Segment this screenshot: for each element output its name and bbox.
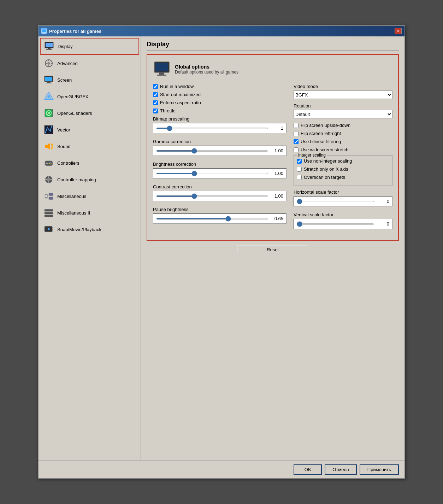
horizontal-scale-slider-row: 0	[294, 196, 392, 206]
sidebar-item-snap-movie-playback[interactable]: Snap/Movie/Playback	[40, 221, 139, 238]
use-bilinear-label: Use bilinear filtering	[301, 139, 341, 144]
svg-rect-49	[52, 230, 53, 232]
titlebar-left: Properties for all games	[41, 28, 101, 34]
flip-upside-down-checkbox[interactable]	[294, 123, 299, 128]
contrast-correction-label: Contrast correction	[153, 184, 287, 189]
vertical-scale-slider[interactable]	[297, 223, 374, 225]
reset-button[interactable]: Reset	[237, 245, 308, 254]
run-in-window-checkbox[interactable]	[153, 84, 158, 89]
svg-rect-27	[46, 163, 48, 164]
svg-rect-5	[46, 43, 53, 47]
use-bilinear-checkbox[interactable]	[294, 139, 299, 144]
pause-brightness-slider[interactable]	[156, 218, 268, 219]
sidebar-item-vector[interactable]: Vector	[40, 122, 139, 138]
ok-button[interactable]: OK	[294, 464, 322, 475]
contrast-correction-value: 1.00	[271, 193, 283, 199]
sidebar-label-controller-mapping: Controller mapping	[57, 177, 96, 182]
flip-left-right-checkbox[interactable]	[294, 131, 299, 136]
sidebar-item-opengl-bgfx[interactable]: OpenGL/BGFX	[40, 88, 139, 105]
global-options-title: Global options	[175, 64, 238, 70]
throttle-label: Throttle	[160, 108, 176, 113]
gamma-correction-slider[interactable]	[156, 150, 268, 152]
svg-rect-16	[47, 82, 51, 83]
vertical-scale-label: Vertical scale factor	[294, 212, 392, 217]
svg-rect-42	[45, 209, 53, 211]
svg-rect-48	[52, 229, 53, 230]
svg-rect-15	[45, 77, 52, 81]
sidebar-label-screen: Screen	[57, 77, 72, 83]
sidebar-label-display: Display	[58, 44, 73, 49]
sidebar-label-miscellaneous: Miscellaneous	[57, 194, 86, 199]
miscellaneous-icon	[43, 191, 54, 202]
flip-left-right-row: Flip screen left-right	[294, 131, 392, 136]
overscan-targets-checkbox[interactable]	[297, 175, 302, 180]
sidebar-item-sound[interactable]: Sound	[40, 138, 139, 154]
bitmap-prescaling-slider[interactable]	[156, 128, 268, 129]
sidebar-item-miscellaneous-ii[interactable]: Miscellaneous II	[40, 205, 139, 221]
svg-rect-7	[46, 49, 52, 50]
use-non-integer-checkbox[interactable]	[297, 159, 302, 164]
gamma-correction-label: Gamma correction	[153, 139, 287, 144]
svg-point-30	[50, 164, 51, 165]
panel-content: Global options Default options used by a…	[147, 54, 399, 241]
gamma-correction-group: Gamma correction 1.00	[153, 139, 287, 156]
sidebar-item-opengl-shaders[interactable]: OpenGL shaders	[40, 105, 139, 121]
enforce-aspect-ratio-checkbox[interactable]	[153, 100, 158, 105]
content-area: Display Advanced	[39, 36, 404, 461]
svg-point-33	[47, 178, 51, 181]
bitmap-prescaling-slider-row: 1	[153, 123, 287, 133]
sidebar-label-sound: Sound	[57, 144, 71, 149]
stretch-x-axis-checkbox[interactable]	[297, 167, 302, 172]
properties-window: Properties for all games ✕ Display	[38, 25, 405, 479]
svg-point-13	[47, 62, 50, 65]
brightness-correction-slider-row: 1.00	[153, 168, 287, 178]
gamma-correction-slider-row: 1.00	[153, 146, 287, 156]
rotation-select[interactable]: Default 0 degrees 90 degrees 180 degrees…	[294, 110, 392, 118]
global-options-sub: Default options used by all games	[175, 70, 238, 75]
left-column: Run in a window Start out maximized Enfo…	[153, 84, 287, 235]
sidebar-item-controllers[interactable]: Controllers	[40, 155, 139, 171]
sidebar-item-advanced[interactable]: Advanced	[40, 55, 139, 71]
cancel-button[interactable]: Отмена	[325, 464, 357, 475]
start-out-maximized-checkbox[interactable]	[153, 92, 158, 97]
svg-rect-53	[157, 75, 166, 76]
sidebar-label-opengl-bgfx: OpenGL/BGFX	[57, 94, 88, 99]
throttle-checkbox[interactable]	[153, 109, 158, 113]
contrast-correction-slider[interactable]	[156, 195, 268, 197]
vertical-scale-slider-row: 0	[294, 219, 392, 229]
svg-rect-2	[43, 33, 45, 33]
svg-rect-6	[48, 48, 51, 49]
horizontal-scale-label: Horizontal scale factor	[294, 189, 392, 195]
close-button[interactable]: ✕	[395, 28, 402, 34]
horizontal-scale-slider[interactable]	[297, 201, 374, 202]
video-mode-select[interactable]: BGFX OpenGL DirectDraw None	[294, 90, 392, 99]
vertical-scale-value: 0	[377, 221, 389, 227]
video-mode-group: Video mode BGFX OpenGL DirectDraw None	[294, 84, 392, 99]
svg-marker-24	[45, 143, 50, 150]
controller-mapping-icon	[43, 174, 54, 185]
sidebar-item-miscellaneous[interactable]: Miscellaneous	[40, 188, 139, 204]
svg-rect-3	[42, 33, 46, 34]
pause-brightness-slider-row: 0.65	[153, 213, 287, 224]
brightness-correction-slider[interactable]	[156, 173, 268, 174]
svg-rect-44	[45, 215, 53, 217]
use-widescreen-row: Use widescreen stretch	[294, 147, 392, 152]
sidebar-label-advanced: Advanced	[57, 61, 78, 66]
opengl-bgfx-icon	[43, 91, 54, 102]
run-in-window-label: Run in a window	[160, 84, 194, 89]
rotation-group: Rotation Default 0 degrees 90 degrees 18…	[294, 103, 392, 118]
overscan-targets-row: Overscan on targets	[297, 175, 389, 180]
sidebar-item-display[interactable]: Display	[40, 38, 139, 55]
video-mode-label: Video mode	[294, 84, 392, 89]
sidebar-item-controller-mapping[interactable]: Controller mapping	[40, 171, 139, 188]
svg-point-39	[45, 195, 47, 197]
apply-button[interactable]: Применить	[360, 464, 399, 475]
vector-icon	[43, 124, 54, 135]
use-widescreen-checkbox[interactable]	[294, 147, 299, 152]
start-out-maximized-row: Start out maximized	[153, 92, 287, 97]
sound-icon	[43, 141, 54, 152]
rotation-dropdown-row: Default 0 degrees 90 degrees 180 degrees…	[294, 110, 392, 118]
sidebar-item-screen[interactable]: Screen	[40, 72, 139, 88]
use-widescreen-label: Use widescreen stretch	[301, 147, 348, 152]
sidebar-label-controllers: Controllers	[57, 160, 79, 166]
